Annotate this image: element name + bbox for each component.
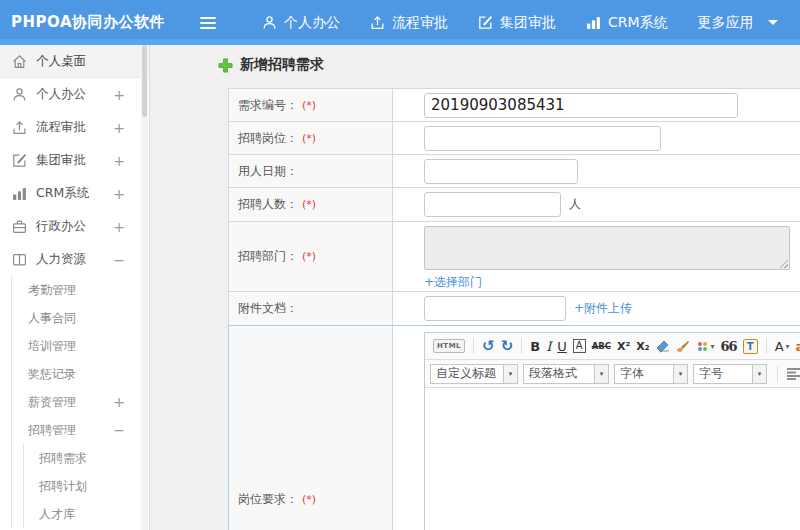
resize-grip-icon[interactable] xyxy=(778,258,788,268)
topbar-item-more-apps[interactable]: 更多应用 xyxy=(698,14,778,32)
background-color-button[interactable]: a xyxy=(796,339,800,354)
caret-down-icon: ▾ xyxy=(594,365,608,383)
undo-button[interactable]: ↺ xyxy=(482,337,495,355)
align-left-button[interactable] xyxy=(787,367,800,380)
sidebar-item-reward-punishment[interactable]: 奖惩记录 xyxy=(12,360,149,388)
edit-icon xyxy=(478,15,493,30)
topbar-item-label: 更多应用 xyxy=(698,14,754,32)
required-mark: (*) xyxy=(302,99,316,112)
sidebar-item-group-approval[interactable]: 集团审批 + xyxy=(0,144,149,177)
underline-button[interactable]: U xyxy=(557,339,567,354)
redo-button[interactable]: ↻ xyxy=(501,337,514,355)
expand-plus-icon[interactable]: + xyxy=(113,120,125,136)
required-mark: (*) xyxy=(302,132,316,145)
sidebar-item-label: 行政办公 xyxy=(36,218,113,235)
paste-button[interactable]: T xyxy=(743,339,758,354)
sidebar-scrollbar[interactable] xyxy=(141,45,148,530)
italic-button[interactable]: I xyxy=(546,339,551,354)
topbar-item-workflow-approval[interactable]: 流程审批 xyxy=(370,14,448,32)
sidebar-item-recruit-mgmt[interactable]: 招聘管理 − xyxy=(12,416,149,444)
sidebar-item-admin-office[interactable]: 行政办公 + xyxy=(0,210,149,243)
expand-plus-icon[interactable]: + xyxy=(113,153,125,169)
expand-plus-icon[interactable]: + xyxy=(113,219,125,235)
field-label: 岗位要求： xyxy=(238,491,298,508)
person-icon xyxy=(262,15,277,30)
blockquote-button[interactable]: 66 xyxy=(721,339,737,354)
topbar: PHPOA协同办公软件 个人办公 流程审批 集团审批 CRM系统 更多应用 xyxy=(0,0,800,45)
caret-down-icon: ▾ xyxy=(503,365,517,383)
sidebar-item-crm-system[interactable]: CRM系统 + xyxy=(0,177,149,210)
sidebar-item-personal-office[interactable]: 个人办公 + xyxy=(0,78,149,111)
form-row-headcount: 招聘人数： (*) 人 xyxy=(229,188,800,222)
topbar-item-crm-system[interactable]: CRM系统 xyxy=(586,14,668,32)
field-label: 需求编号： xyxy=(238,97,298,114)
required-mark: (*) xyxy=(302,493,316,506)
book-icon xyxy=(12,252,27,267)
caret-down-icon xyxy=(768,20,778,25)
home-icon xyxy=(12,54,27,69)
topbar-menu: 个人办公 流程审批 集团审批 CRM系统 更多应用 xyxy=(232,14,778,32)
required-mark: (*) xyxy=(302,250,316,263)
topbar-item-group-approval[interactable]: 集团审批 xyxy=(478,14,556,32)
format-brush-button[interactable] xyxy=(676,340,690,353)
sidebar-item-workflow-approval[interactable]: 流程审批 + xyxy=(0,111,149,144)
strikethrough-button[interactable]: ABC xyxy=(592,341,611,351)
headcount-input[interactable] xyxy=(424,192,561,217)
department-textarea[interactable] xyxy=(424,226,790,270)
expand-plus-icon[interactable]: + xyxy=(113,87,125,103)
position-input[interactable] xyxy=(424,126,661,151)
hr-submenu: 考勤管理 人事合同 培训管理 奖惩记录 薪资管理 + 招聘管理 − 招聘需求 xyxy=(11,276,149,528)
topbar-item-label: 个人办公 xyxy=(284,14,340,32)
font-border-button[interactable]: A xyxy=(573,339,586,353)
caret-down-icon: ▾ xyxy=(711,342,715,351)
form-row-job-requirements: 岗位要求： (*) HTML ↺ ↻ B I xyxy=(228,325,800,530)
sidebar-item-recruit-plan[interactable]: 招聘计划 xyxy=(24,472,149,500)
attachment-input[interactable] xyxy=(424,296,566,321)
expand-plus-icon[interactable]: + xyxy=(113,186,125,202)
topbar-item-label: CRM系统 xyxy=(608,14,668,32)
color-palette-button[interactable]: ▾ xyxy=(696,340,715,353)
briefcase-icon xyxy=(12,219,27,234)
font-size-select[interactable]: 字号 ▾ xyxy=(693,364,767,384)
req-no-input[interactable] xyxy=(424,93,738,118)
bar-chart-icon xyxy=(12,186,27,201)
expand-plus-icon[interactable]: + xyxy=(113,394,125,410)
sidebar-item-label: CRM系统 xyxy=(36,185,113,202)
font-color-button[interactable]: A ▾ xyxy=(775,339,790,354)
editor-content-area[interactable] xyxy=(425,388,800,530)
editor-toolbar-row1: HTML ↺ ↻ B I U A ABC X² X₂ xyxy=(425,333,800,360)
hamburger-menu-icon[interactable] xyxy=(200,14,218,32)
font-family-select[interactable]: 字体 ▾ xyxy=(614,364,688,384)
richtext-editor: HTML ↺ ↻ B I U A ABC X² X₂ xyxy=(424,332,800,530)
sidebar-item-human-resources[interactable]: 人力资源 − xyxy=(0,243,149,276)
paragraph-format-select[interactable]: 段落格式 ▾ xyxy=(523,364,609,384)
sidebar-item-talent-pool[interactable]: 人才库 xyxy=(24,500,149,528)
sidebar-item-attendance-mgmt[interactable]: 考勤管理 xyxy=(12,276,149,304)
form-row-hire-date: 用人日期： xyxy=(229,155,800,188)
eraser-button[interactable] xyxy=(656,340,670,353)
sidebar-item-salary-mgmt[interactable]: 薪资管理 + xyxy=(12,388,149,416)
scrollbar-thumb[interactable] xyxy=(142,45,147,117)
brush-icon xyxy=(676,340,690,353)
form-row-position: 招聘岗位： (*) xyxy=(229,122,800,155)
superscript-button[interactable]: X² xyxy=(617,340,630,353)
topbar-item-personal-office[interactable]: 个人办公 xyxy=(262,14,340,32)
expand-minus-icon[interactable]: − xyxy=(113,252,125,268)
hire-date-input[interactable] xyxy=(424,159,578,184)
sidebar-item-personnel-contract[interactable]: 人事合同 xyxy=(12,304,149,332)
custom-title-select[interactable]: 自定义标题 ▾ xyxy=(430,364,518,384)
html-source-button[interactable]: HTML xyxy=(433,339,465,353)
form-row-department: 招聘部门： (*) +选择部门 xyxy=(229,222,800,292)
field-label: 招聘部门： xyxy=(238,248,298,265)
recruit-demand-form: 需求编号： (*) 招聘岗位： (*) 用人日期： xyxy=(228,88,800,530)
required-mark: (*) xyxy=(302,198,316,211)
sidebar-item-recruit-demand[interactable]: 招聘需求 xyxy=(24,444,149,472)
attachment-upload-link[interactable]: +附件上传 xyxy=(574,300,632,317)
sidebar-item-label: 集团审批 xyxy=(36,152,113,169)
expand-minus-icon[interactable]: − xyxy=(113,422,125,438)
select-department-link[interactable]: +选择部门 xyxy=(424,274,482,291)
sidebar-item-personal-desktop[interactable]: 个人桌面 xyxy=(0,45,149,78)
subscript-button[interactable]: X₂ xyxy=(636,340,649,353)
sidebar-item-training-mgmt[interactable]: 培训管理 xyxy=(12,332,149,360)
bold-button[interactable]: B xyxy=(530,339,540,354)
